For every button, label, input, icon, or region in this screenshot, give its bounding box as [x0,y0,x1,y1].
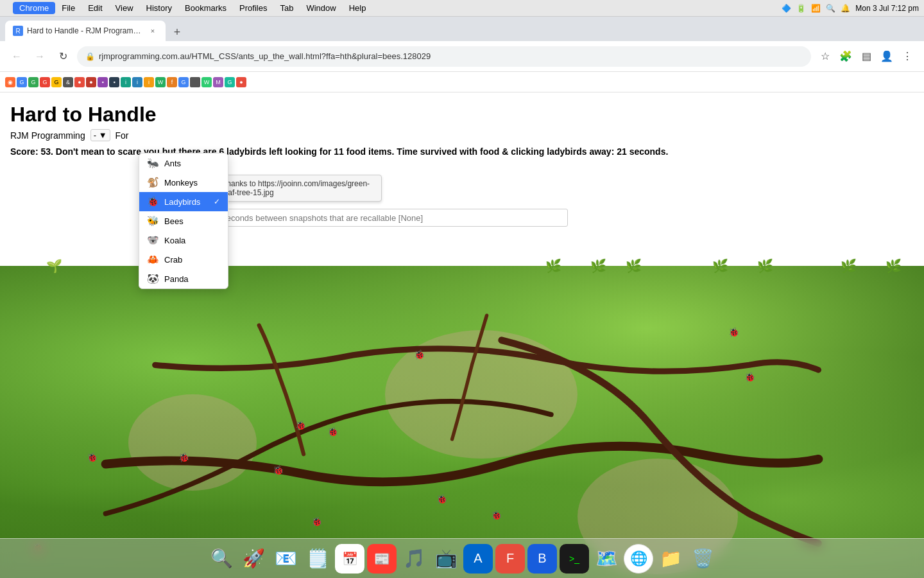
ladybird-10[interactable]: 🐞 [491,510,502,520]
menu-window[interactable]: Window [300,2,342,14]
ext-16[interactable]: G [178,77,189,87]
ext-15[interactable]: f [167,77,177,87]
tab-bar: R Hard to Handle - RJM Programming × + [0,17,924,41]
sidebar-button[interactable]: ▤ [857,48,875,66]
dock-news[interactable]: 📰 [367,544,397,574]
ext-1[interactable]: ◉ [5,77,15,87]
dropdown-item-crab[interactable]: 🦀 Crab [139,250,228,269]
crab-emoji: 🦀 [147,254,159,265]
dropdown-item-monkeys[interactable]: 🐒 Monkeys [139,173,228,192]
dock-bitwarden[interactable]: B [527,544,557,574]
ext-7[interactable]: ● [74,77,85,87]
reload-button[interactable]: ↻ [54,48,72,66]
address-bar[interactable]: 🔒 rjmprogramming.com.au/HTML_CSS/ants_up… [77,46,811,67]
ext-17[interactable]: W [201,77,212,87]
active-tab[interactable]: R Hard to Handle - RJM Programming × [5,21,166,41]
ladybird-4[interactable]: 🐞 [295,420,306,430]
dock-notes[interactable]: 🗒️ [303,544,332,574]
menu-tab[interactable]: Tab [273,2,300,14]
dock-script[interactable]: >_ [560,544,589,574]
page-title: Hard to Handle [10,103,914,127]
new-tab-button[interactable]: + [168,23,186,41]
dropdown-item-ants[interactable]: 🐜 Ants [139,153,228,173]
ants-emoji: 🐜 [147,157,159,169]
dock-calendar[interactable]: 📅 [335,544,364,574]
dropdown-item-bees[interactable]: 🐝 Bees [139,211,228,231]
datetime: Mon 3 Jul 7:12 pm [855,4,919,13]
menu-button[interactable]: ⋮ [898,48,916,66]
ext-13[interactable]: i [144,77,154,87]
ext-19[interactable]: G [225,77,235,87]
monkeys-label: Monkeys [164,178,198,188]
forward-button[interactable]: → [31,48,49,66]
ladybird-6[interactable]: 🐞 [87,452,98,462]
menu-file[interactable]: File [55,2,81,14]
ladybird-11[interactable]: 🐞 [311,516,322,527]
dock-appstore[interactable]: A [463,544,493,574]
creature-select[interactable]: - ▼ [90,129,110,141]
ext-close[interactable] [190,77,200,87]
ext-9[interactable]: ▪ [98,77,108,87]
ext-4[interactable]: G [40,77,50,87]
ladybird-9[interactable]: 🐞 [436,494,447,504]
ext-10[interactable]: ▪ [109,77,119,87]
url-text: rjmprogramming.com.au/HTML_CSS/ants_up_t… [99,51,803,61]
profile-button[interactable]: 👤 [878,48,896,66]
wifi-icon[interactable]: 📶 [811,4,821,13]
dock-finder[interactable]: 🔍 [207,544,236,574]
plant-top-3: 🌿 [545,258,561,274]
menu-view[interactable]: View [109,2,140,14]
dock-chrome[interactable]: 🌐 [624,544,653,574]
dock-music[interactable]: 🎵 [399,544,429,574]
dock-maps[interactable]: 🗺️ [592,544,621,574]
ext-3[interactable]: G [28,77,38,87]
tab-close-button[interactable]: × [148,26,158,36]
snapshot-input[interactable] [215,209,568,227]
ext-14[interactable]: W [155,77,166,87]
ext-11[interactable]: i [121,77,131,87]
dropdown-item-panda[interactable]: 🐼 Panda [139,269,228,288]
ladybird-1[interactable]: 🐞 [414,349,425,360]
search-icon[interactable]: 🔍 [826,4,835,13]
dropdown-item-koala[interactable]: 🐨 Koala [139,231,228,250]
dropdown-item-ladybirds[interactable]: 🐞 Ladybirds ✓ [139,192,228,211]
bookmark-button[interactable]: ☆ [816,48,834,66]
battery-icon[interactable]: 🔋 [796,4,806,13]
notification-icon[interactable]: 🔔 [841,4,850,13]
menu-chrome[interactable]: Chrome [13,2,55,14]
extensions-button[interactable]: 🧩 [837,48,855,66]
toolbar-right: ☆ 🧩 ▤ 👤 ⋮ [816,48,916,66]
ext-6[interactable]: & [63,77,73,87]
game-background: 🐞 🐞 🐞 🐞 🐞 🐞 🐞 🐞 🐞 🐞 🐞 🐞 🐞 🐞 🐞 [0,266,924,578]
ants-label: Ants [164,159,181,168]
ladybirds-label: Ladybirds [164,197,200,207]
menu-help[interactable]: Help [343,2,373,14]
ladybird-8[interactable]: 🐞 [273,465,284,475]
ladybird-7[interactable]: 🐞 [178,452,189,462]
menu-history[interactable]: History [140,2,178,14]
ladybird-5[interactable]: 🐞 [327,426,338,437]
dock-launchpad[interactable]: 🚀 [239,544,268,574]
koala-label: Koala [164,236,185,245]
menubar-right: 🔷 🔋 📶 🔍 🔔 Mon 3 Jul 7:12 pm [782,4,919,13]
menu-bookmarks[interactable]: Bookmarks [178,2,233,14]
ext-5[interactable]: G [51,77,62,87]
menu-edit[interactable]: Edit [81,2,108,14]
dock-appletv[interactable]: 📺 [431,544,461,574]
ext-2[interactable]: G [17,77,27,87]
ladybird-3[interactable]: 🐞 [744,372,755,382]
dock-trash[interactable]: 🗑️ [688,544,717,574]
ladybird-2[interactable]: 🐞 [728,327,739,337]
menu-profiles[interactable]: Profiles [233,2,273,14]
ext-20[interactable]: ● [236,77,246,87]
ladybirds-emoji: 🐞 [147,196,159,207]
plant-top-6: 🌿 [712,258,728,274]
ext-8[interactable]: ● [86,77,96,87]
back-button[interactable]: ← [8,48,26,66]
ext-12[interactable]: i [132,77,142,87]
dock-filezilla[interactable]: F [495,544,525,574]
dock-mail[interactable]: 📧 [271,544,300,574]
ext-18[interactable]: M [213,77,223,87]
bluetooth-icon[interactable]: 🔷 [782,4,791,13]
dock-folder[interactable]: 📁 [656,544,685,574]
